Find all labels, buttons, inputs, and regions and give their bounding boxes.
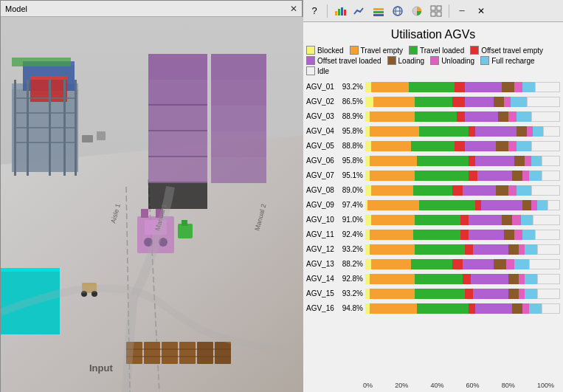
agv-label: AGV_08 (306, 186, 339, 194)
bar-row: AGV_0193.2% (306, 80, 560, 94)
x-axis-label: 40% (430, 382, 443, 389)
bar-segment (463, 185, 496, 196)
legend-color-offset_travel_empty (470, 46, 479, 55)
svg-rect-64 (338, 9, 340, 16)
agv-pct: 95.1% (339, 171, 363, 179)
globe-icon[interactable] (390, 3, 406, 19)
svg-rect-44 (141, 209, 148, 218)
bar-segment (504, 97, 510, 107)
bar-segment (531, 111, 560, 122)
bar-segment (475, 126, 517, 137)
toolbar-separator-1 (327, 4, 328, 18)
bar-segment (517, 111, 531, 122)
bar-segment (525, 289, 537, 299)
model-panel: Model ✕ (0, 0, 303, 392)
pie-chart-icon[interactable] (409, 3, 425, 19)
model-title-close[interactable]: ✕ (290, 4, 297, 14)
bar-segment (496, 141, 508, 151)
bar-segment (537, 289, 560, 299)
bar-track (365, 200, 560, 210)
agv-pct: 95.8% (339, 127, 363, 135)
bar-chart-icon[interactable] (332, 3, 348, 19)
bar-segment (460, 230, 469, 240)
agv-chart-panel: ? ─ ✕ Utilisation A (303, 0, 563, 392)
legend-item-full_recharge: Full recharge (480, 56, 534, 65)
bar-segment (475, 200, 481, 210)
agv-pct: 94.8% (339, 304, 363, 312)
svg-rect-34 (211, 80, 266, 106)
line-chart-icon[interactable] (351, 3, 367, 19)
close-icon[interactable]: ✕ (473, 3, 489, 19)
bar-segment (519, 244, 525, 255)
bar-row: AGV_1388.2% (306, 257, 560, 271)
model-3d-view[interactable]: Aisle 1 Manual 1 Manual 2 Input (1, 17, 303, 392)
svg-rect-33 (211, 54, 266, 80)
bar-segment (514, 82, 522, 92)
bar-segment (494, 97, 504, 107)
svg-rect-22 (148, 54, 207, 80)
agv-label: AGV_14 (306, 275, 339, 283)
bar-segment (415, 215, 460, 225)
svg-rect-27 (148, 183, 207, 209)
agv-label: AGV_12 (306, 245, 339, 253)
agv-label: AGV_06 (306, 157, 339, 165)
bar-segment (535, 82, 560, 92)
agv-label: AGV_04 (306, 127, 339, 135)
bar-segment (522, 230, 535, 240)
legend-item-travel_empty: Travel empty (350, 46, 403, 55)
bar-segment (469, 126, 474, 137)
bar-segment (508, 141, 517, 151)
bar-segment (370, 111, 415, 122)
help-icon[interactable]: ? (306, 3, 322, 19)
bar-segment (527, 97, 560, 107)
agv-label: AGV_13 (306, 260, 339, 268)
bar-segment (463, 259, 494, 269)
bar-segment (411, 259, 452, 269)
bar-segment (529, 171, 542, 181)
bar-segment (512, 171, 522, 181)
data-icon[interactable] (428, 3, 444, 19)
agv-label: AGV_05 (306, 142, 339, 150)
bar-segment (465, 82, 502, 92)
bar-segment (525, 156, 531, 166)
bar-segment (415, 111, 456, 122)
bar-segment (535, 230, 560, 240)
bar-segment (533, 215, 560, 225)
bar-segment (525, 244, 537, 255)
chart-legend: BlockedTravel emptyTravel loadedOffset t… (306, 46, 560, 75)
bar-segment (452, 185, 463, 196)
bars-container[interactable]: AGV_0193.2%AGV_0286.5%AGV_0388.9%AGV_049… (306, 80, 560, 380)
bar-segment (371, 259, 410, 269)
bar-row: AGV_1192.4% (306, 227, 560, 241)
svg-rect-60 (215, 342, 231, 364)
svg-rect-39 (1, 268, 60, 272)
agv-label: AGV_10 (306, 216, 339, 224)
bar-segment (517, 126, 527, 137)
legend-item-offset_travel_empty: Offset travel empty (470, 46, 543, 55)
bar-row: AGV_1293.2% (306, 242, 560, 256)
bar-track (365, 230, 560, 240)
bar-row: AGV_0495.8% (306, 124, 560, 138)
svg-rect-20 (82, 135, 93, 142)
bar-segment (537, 274, 560, 284)
bar-segment (481, 200, 522, 210)
bar-row: AGV_0388.9% (306, 109, 560, 123)
stacked-icon[interactable] (370, 3, 387, 19)
bar-track (365, 126, 560, 137)
bar-segment (370, 171, 415, 181)
minimize-icon[interactable]: ─ (454, 3, 470, 19)
bar-segment (521, 215, 533, 225)
bar-segment (531, 156, 542, 166)
bar-segment (542, 171, 560, 181)
svg-rect-9 (30, 76, 67, 80)
bar-segment (508, 185, 517, 196)
bar-segment (371, 215, 415, 225)
bar-segment (517, 141, 531, 151)
bar-segment (465, 244, 473, 255)
bar-segment (463, 274, 471, 284)
bar-segment (460, 215, 469, 225)
bar-track (365, 185, 560, 196)
chart-toolbar: ? ─ ✕ (303, 0, 563, 22)
agv-pct: 97.4% (339, 201, 363, 209)
svg-rect-69 (373, 14, 384, 16)
